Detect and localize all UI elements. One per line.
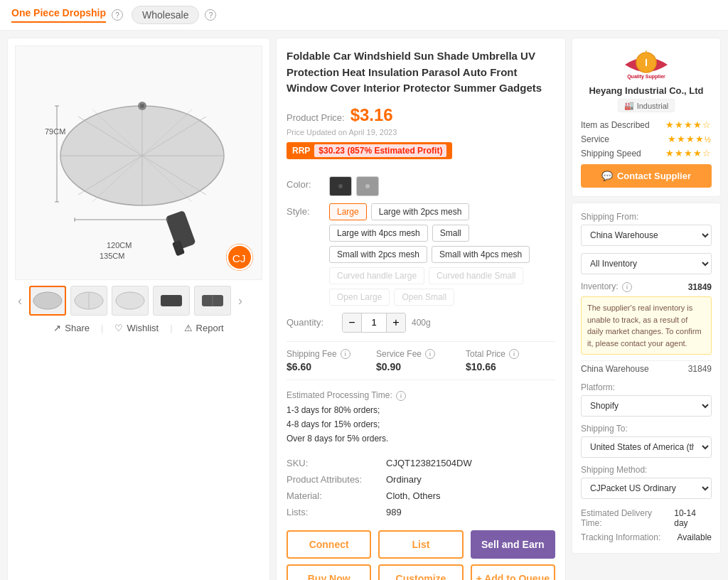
tab-one-piece-dropship[interactable]: One Piece Dropship xyxy=(11,7,106,23)
supplier-name: Heyang Industrial Co., Ltd xyxy=(589,85,703,96)
total-price-value: $10.66 xyxy=(466,361,555,372)
svg-text:120CM: 120CM xyxy=(107,241,132,249)
inventory-info-icon[interactable]: i xyxy=(622,282,632,292)
rrp-label: RRP xyxy=(292,146,310,156)
fee-row: Shipping Fee i $6.60 Service Fee i $0.90… xyxy=(287,341,555,380)
shipping-speed-stars: ★★★★☆ xyxy=(665,148,712,159)
thumb-1[interactable] xyxy=(29,286,66,316)
inventory-dropdown[interactable]: All Inventory xyxy=(581,253,712,274)
service-row: Service ★★★★½ xyxy=(581,134,712,144)
style-btn-large[interactable]: Large xyxy=(329,203,367,220)
wholesale-help-icon[interactable]: ? xyxy=(205,9,216,21)
product-title: Foldable Car Windshield Sun Shade Umbrel… xyxy=(287,48,555,97)
svg-text:Quality Supplier: Quality Supplier xyxy=(627,74,665,80)
price-updated: Price Updated on April 19, 2023 xyxy=(287,128,555,136)
rrp-container: RRP $30.23 (857% Estimated Profit) xyxy=(287,142,555,168)
thumb-2[interactable] xyxy=(70,286,107,316)
item-described-stars: ★★★★☆ xyxy=(665,119,712,130)
quality-supplier-badge: I Quality Supplier xyxy=(618,47,675,82)
warning-icon: ⚠ xyxy=(184,323,193,333)
qty-plus-btn[interactable]: + xyxy=(387,313,405,332)
shipping-fee-label: Shipping Fee i xyxy=(287,349,376,359)
quantity-control: − + xyxy=(342,313,406,333)
price-row: Product Price: $3.16 xyxy=(287,105,555,125)
style-btn-small[interactable]: Small xyxy=(432,225,469,242)
one-piece-help-icon[interactable]: ? xyxy=(112,9,123,21)
thumb-5[interactable] xyxy=(194,286,231,316)
share-button[interactable]: ↗ Share xyxy=(53,323,90,333)
material-value: Cloth, Others xyxy=(386,488,555,504)
wishlist-button[interactable]: ♡ Wishlist xyxy=(114,323,159,333)
platform-dropdown[interactable]: Shopify xyxy=(581,395,712,417)
shipping-section: Shipping From: China Warehouse All Inven… xyxy=(572,203,721,554)
color-label: Color: xyxy=(287,179,322,190)
list-button[interactable]: List xyxy=(378,530,463,559)
svg-point-29 xyxy=(338,184,343,188)
customize-button[interactable]: Customize xyxy=(378,564,463,580)
style-label: Style: xyxy=(287,206,322,217)
shipping-from-label: Shipping From: xyxy=(581,212,712,222)
delivery-time-value: 10-14 day xyxy=(674,508,712,528)
style-buttons: Large Large with 2pcs mesh Large with 4p… xyxy=(329,203,555,306)
color-swatch-light[interactable] xyxy=(356,176,379,196)
style-btn-small-4mesh[interactable]: Small with 4pcs mesh xyxy=(432,246,530,263)
style-option-row: Style: Large Large with 2pcs mesh Large … xyxy=(287,203,555,306)
supplier-type: 🏭 Industrial xyxy=(618,99,675,112)
service-fee-value: $0.90 xyxy=(376,361,466,372)
total-price-info-icon[interactable]: i xyxy=(509,349,519,359)
tracking-value: Available xyxy=(678,532,712,542)
thumb-4[interactable] xyxy=(153,286,190,316)
supplier-header: I Quality Supplier Heyang Industrial Co.… xyxy=(581,47,712,112)
add-queue-button[interactable]: + Add to Queue xyxy=(471,564,555,580)
svg-point-22 xyxy=(33,292,62,309)
quantity-row: Quantity: − + 400g xyxy=(287,313,555,333)
svg-text:135CM: 135CM xyxy=(100,252,124,260)
delivery-time-label: Estimated Delivery Time: xyxy=(581,508,674,528)
share-label: Share xyxy=(65,323,90,333)
lists-value: 989 xyxy=(386,504,555,520)
tab-wholesale[interactable]: Wholesale xyxy=(132,6,199,24)
shipping-method-dropdown[interactable]: CJPacket US Ordinary xyxy=(581,478,712,499)
tracking-label: Tracking Information: xyxy=(581,532,660,542)
qty-minus-btn[interactable]: − xyxy=(343,313,361,332)
sell-earn-button[interactable]: Sell and Earn xyxy=(471,530,555,559)
service-fee-info-icon[interactable]: i xyxy=(425,349,435,359)
processing-label: Estimated Processing Time: i xyxy=(287,390,555,401)
style-btn-small-2mesh[interactable]: Small with 2pcs mesh xyxy=(329,246,427,263)
style-btn-open-small: Open Small xyxy=(394,289,454,306)
share-icon: ↗ xyxy=(53,323,61,333)
product-images-panel: 79CM 120CM 135CM xyxy=(7,38,270,580)
color-option-row: Color: xyxy=(287,176,555,196)
qty-input[interactable] xyxy=(361,313,387,332)
thumb-prev-btn[interactable]: ‹ xyxy=(15,292,25,310)
buy-now-button[interactable]: Buy Now xyxy=(287,564,371,580)
shipping-to-dropdown[interactable]: United States of America (the) xyxy=(581,436,712,458)
report-button[interactable]: ⚠ Report xyxy=(184,323,224,333)
supplier-panel: I Quality Supplier Heyang Industrial Co.… xyxy=(572,38,721,580)
service-fee-item: Service Fee i $0.90 xyxy=(376,349,466,372)
svg-point-11 xyxy=(140,104,144,108)
color-swatch-dark[interactable] xyxy=(329,176,352,196)
warehouse-label: China Warehouse xyxy=(581,364,649,374)
style-btn-large-4mesh[interactable]: Large with 4pcs mesh xyxy=(329,225,428,242)
thumb-3[interactable] xyxy=(112,286,149,316)
service-fee-label: Service Fee i xyxy=(376,349,466,359)
product-svg-image: 79CM 120CM 135CM xyxy=(39,63,238,262)
style-btn-large-2mesh[interactable]: Large with 2pcs mesh xyxy=(371,203,470,220)
delivery-time-row: Estimated Delivery Time: 10-14 day xyxy=(581,506,712,530)
inventory-warning: The supplier's real inventory is unable … xyxy=(581,296,712,355)
qty-weight: 400g xyxy=(412,318,431,328)
contact-supplier-button[interactable]: 💬 Contact Supplier xyxy=(581,164,712,188)
thumbnail-row: ‹ › xyxy=(15,286,262,316)
service-rating-label: Service xyxy=(581,134,609,144)
sku-value: CJQT123821504DW xyxy=(386,455,555,471)
thumb-next-btn[interactable]: › xyxy=(235,292,245,310)
inventory-value: 31849 xyxy=(688,282,712,292)
processing-info-icon[interactable]: i xyxy=(396,391,406,401)
connect-button[interactable]: Connect xyxy=(287,530,371,559)
shipping-from-dropdown[interactable]: China Warehouse xyxy=(581,225,712,246)
watermark-badge: CJ xyxy=(226,244,253,271)
shipping-fee-info-icon[interactable]: i xyxy=(341,349,350,359)
processing-value: 1-3 days for 80% orders; 4-8 days for 15… xyxy=(287,403,555,446)
shipping-fee-value: $6.60 xyxy=(287,361,376,372)
